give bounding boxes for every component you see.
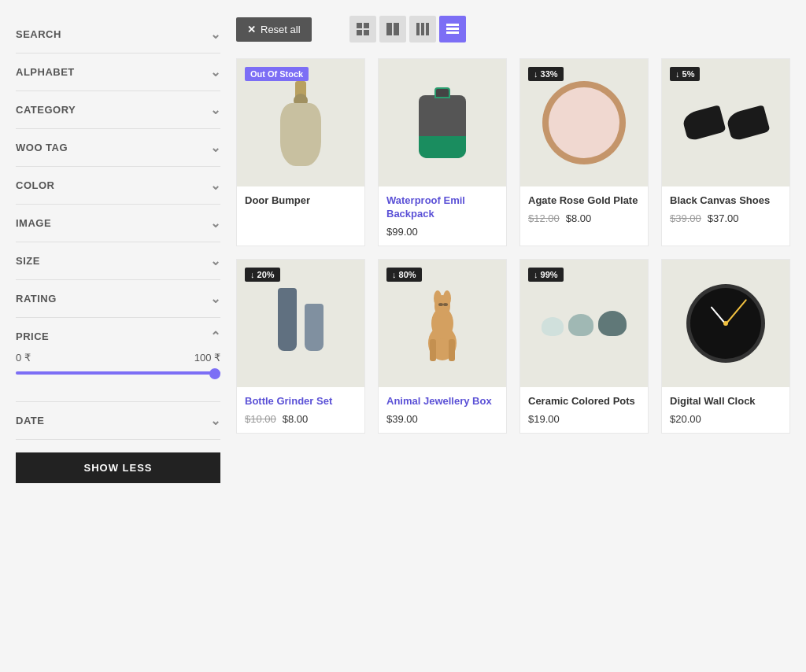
reset-all-button[interactable]: ✕ Reset all (236, 17, 312, 42)
chevron-down-icon: ⌄ (210, 65, 221, 79)
product-info: Black Canvas Shoes $39.00 $37.00 (662, 186, 789, 232)
filter-price: PRICE ⌃ 0 ₹ 100 ₹ (16, 318, 220, 402)
product-name: Digital Wall Clock (670, 395, 782, 408)
main-content: ✕ Reset all (236, 16, 790, 483)
show-less-button[interactable]: SHOW LESS (16, 452, 220, 483)
grid3-icon (416, 23, 429, 35)
filter-rating-label: RATING (16, 293, 57, 305)
chevron-up-icon: ⌃ (210, 329, 221, 344)
filter-date-label: DATE (16, 415, 44, 426)
product-info: Door Bumper (237, 186, 364, 220)
product-image-wrap: ↓ 5% (662, 59, 789, 186)
filter-color: COLOR ⌄ (16, 167, 220, 205)
filter-wootag-header[interactable]: WOO TAG ⌄ (16, 140, 220, 155)
svg-rect-10 (446, 28, 459, 30)
chevron-down-icon: ⌄ (210, 27, 221, 42)
list-icon (446, 23, 459, 35)
filter-date: DATE ⌄ (16, 402, 220, 440)
close-icon: ✕ (247, 24, 256, 35)
view-grid3-button[interactable] (409, 16, 436, 42)
price-row: $20.00 (670, 413, 782, 425)
filter-alphabet-label: ALPHABET (16, 66, 75, 78)
filter-size-label: SIZE (16, 255, 40, 267)
price-single: $20.00 (670, 413, 701, 425)
price-slider-thumb[interactable] (209, 368, 220, 379)
product-image-wrap (662, 260, 789, 387)
view-grid2-button[interactable] (379, 16, 406, 42)
price-row: $39.00 (386, 413, 498, 425)
view-grid4-button[interactable] (349, 16, 376, 42)
product-info: Waterproof Emil Backpack $99.00 (379, 186, 506, 246)
view-list-button[interactable] (439, 16, 466, 42)
filter-search-label: SEARCH (16, 28, 61, 40)
filter-rating-header[interactable]: RATING ⌄ (16, 291, 220, 306)
product-image-backpack (379, 59, 506, 186)
product-card[interactable]: ↓ 80% (378, 259, 507, 434)
product-image-wrap: Out Of Stock (237, 59, 364, 186)
filter-size: SIZE ⌄ (16, 242, 220, 280)
price-min-label: 0 ₹ (16, 352, 31, 364)
chevron-down-icon: ⌄ (210, 253, 221, 268)
product-badge-discount: ↓ 5% (670, 67, 700, 81)
product-card[interactable]: Waterproof Emil Backpack $99.00 (378, 58, 507, 246)
product-card[interactable]: ↓ 5% Black Canvas Shoes $39.00 $37.00 (661, 58, 790, 246)
filter-category-header[interactable]: CATEGORY ⌄ (16, 102, 220, 117)
price-original: $10.00 (245, 413, 276, 425)
price-current: $37.00 (708, 212, 739, 224)
product-image-clock (662, 260, 789, 387)
price-single: $39.00 (386, 413, 418, 425)
product-name: Animal Jewellery Box (386, 395, 498, 408)
product-badge-discount: ↓ 20% (245, 268, 280, 282)
product-badge-discount: ↓ 80% (386, 268, 422, 282)
chevron-down-icon: ⌄ (210, 291, 221, 306)
svg-rect-13 (430, 339, 436, 361)
filter-size-header[interactable]: SIZE ⌄ (16, 253, 220, 268)
price-row: $99.00 (386, 226, 498, 238)
filter-wootag-label: WOO TAG (16, 142, 68, 153)
price-current: $8.00 (566, 212, 592, 224)
filter-category-label: CATEGORY (16, 104, 76, 116)
filter-image: IMAGE ⌄ (16, 205, 220, 242)
price-row: $19.00 (528, 413, 640, 425)
chevron-down-icon: ⌄ (210, 216, 221, 231)
product-card[interactable]: ↓ 20% Bottle Grinder Set $10.00 $8.00 (236, 259, 365, 434)
filter-date-header[interactable]: DATE ⌄ (16, 413, 220, 428)
filter-category: CATEGORY ⌄ (16, 91, 220, 129)
filter-search-header[interactable]: SEARCH ⌄ (16, 27, 220, 42)
svg-rect-9 (446, 24, 459, 26)
product-name: Door Bumper (245, 194, 357, 208)
product-card[interactable]: Digital Wall Clock $20.00 (661, 259, 790, 434)
product-info: Agate Rose Gold Plate $12.00 $8.00 (520, 186, 648, 232)
svg-rect-8 (426, 23, 429, 35)
svg-rect-6 (416, 23, 420, 35)
price-slider-track[interactable] (16, 371, 220, 375)
product-image-wrap: ↓ 20% (237, 260, 364, 387)
product-image-wrap: ↓ 99% (520, 260, 648, 387)
product-card[interactable]: ↓ 33% Agate Rose Gold Plate $12.00 $8.00 (519, 58, 649, 246)
product-card[interactable]: Out Of Stock Door Bumper (236, 58, 365, 246)
llama-svg (411, 284, 474, 363)
svg-rect-5 (394, 23, 399, 35)
svg-rect-0 (357, 23, 362, 28)
filter-color-label: COLOR (16, 179, 54, 191)
product-image-wrap: ↓ 33% (520, 59, 648, 186)
filter-alphabet: ALPHABET ⌄ (16, 54, 220, 91)
svg-rect-14 (449, 339, 455, 361)
top-bar: ✕ Reset all (236, 16, 790, 42)
price-single: $19.00 (528, 413, 560, 425)
price-current: $8.00 (283, 413, 309, 425)
price-row: $12.00 $8.00 (528, 212, 640, 224)
filter-alphabet-header[interactable]: ALPHABET ⌄ (16, 65, 220, 79)
filter-image-header[interactable]: IMAGE ⌄ (16, 216, 220, 231)
product-info: Ceramic Colored Pots $19.00 (520, 387, 648, 433)
product-image-wrap (379, 59, 506, 186)
svg-rect-7 (421, 23, 424, 35)
filter-wootag: WOO TAG ⌄ (16, 129, 220, 167)
chevron-down-icon: ⌄ (210, 413, 221, 428)
filter-price-label: PRICE (16, 330, 49, 342)
price-slider-fill (16, 371, 220, 375)
filter-color-header[interactable]: COLOR ⌄ (16, 178, 220, 193)
filter-price-header[interactable]: PRICE ⌃ (16, 329, 220, 344)
product-card[interactable]: ↓ 99% Ceramic Colored Pots $19.00 (519, 259, 649, 434)
svg-rect-2 (357, 30, 362, 35)
